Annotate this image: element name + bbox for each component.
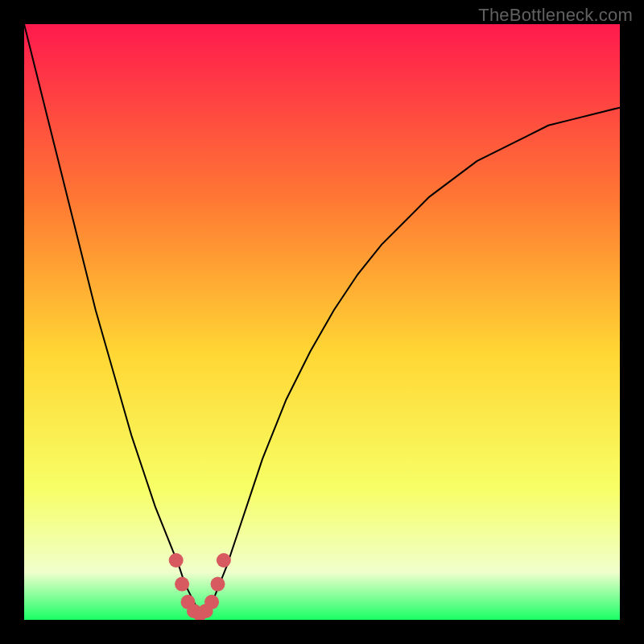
- chart-svg: [24, 24, 620, 620]
- optimal-marker: [204, 595, 219, 609]
- gradient-background: [24, 24, 620, 620]
- optimal-marker: [175, 577, 189, 592]
- plot-area: [24, 24, 620, 620]
- optimal-marker: [217, 553, 231, 568]
- optimal-marker: [169, 553, 184, 568]
- chart-frame: TheBottleneck.com: [0, 0, 644, 644]
- watermark-text: TheBottleneck.com: [478, 5, 633, 26]
- optimal-marker: [211, 577, 225, 592]
